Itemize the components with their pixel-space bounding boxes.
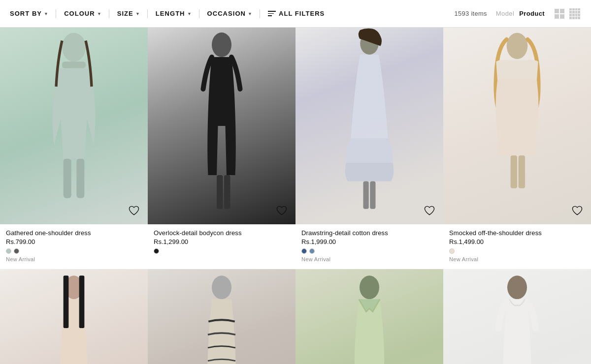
svg-rect-11: [511, 155, 517, 188]
color-swatch-0[interactable]: [449, 248, 455, 254]
grid-2col-icon: [555, 9, 564, 19]
divider-2: [109, 9, 109, 18]
sort-by-label: SORT BY: [10, 10, 42, 17]
color-swatch-1[interactable]: [309, 248, 315, 254]
colour-label: COLOUR: [64, 10, 95, 17]
colour-chevron-icon: ▾: [98, 11, 101, 16]
product-card-1[interactable]: Gathered one-shoulder dressRs.799.00New …: [0, 28, 148, 269]
product-price: Rs.1,499.00: [449, 238, 585, 245]
image-placeholder: [0, 28, 148, 224]
color-swatches: [154, 248, 290, 254]
product-image-1: [0, 28, 148, 224]
svg-rect-9: [370, 182, 375, 209]
product-card-8[interactable]: [443, 269, 591, 364]
new-arrival-badge: New Arrival: [449, 256, 585, 262]
wishlist-button-2[interactable]: [275, 204, 289, 217]
filter-lines-icon: [268, 11, 276, 16]
sort-by-button[interactable]: SORT BY ▾: [10, 10, 55, 17]
divider-3: [147, 9, 148, 18]
product-image-6: [148, 269, 296, 364]
view-model-label[interactable]: Model: [496, 10, 514, 17]
product-name: Smocked off-the-shoulder dress: [449, 229, 585, 237]
product-info-2: Overlock-detail bodycon dressRs.1,299.00: [148, 224, 296, 263]
color-swatch-0[interactable]: [301, 248, 307, 254]
product-image-7: [296, 269, 443, 364]
svg-point-21: [360, 275, 379, 299]
product-card-5[interactable]: [0, 269, 148, 364]
image-placeholder: [148, 269, 296, 364]
product-price: Rs.1,999.00: [301, 238, 437, 245]
product-card-4[interactable]: Smocked off-the-shoulder dressRs.1,499.0…: [443, 28, 591, 269]
product-card-6[interactable]: [148, 269, 296, 364]
color-swatches: [6, 248, 142, 254]
length-button[interactable]: LENGTH ▾: [149, 10, 198, 17]
product-name: Gathered one-shoulder dress: [6, 229, 142, 237]
grid-2col-button[interactable]: [554, 8, 565, 20]
wishlist-button-3[interactable]: [423, 204, 436, 217]
product-info-4: Smocked off-the-shoulder dressRs.1,499.0…: [443, 224, 591, 269]
divider-5: [260, 9, 260, 18]
product-price: Rs.1,299.00: [154, 238, 290, 245]
all-filters-button[interactable]: ALL FILTERS: [261, 10, 331, 17]
occasion-button[interactable]: OCCASION ▾: [200, 10, 259, 17]
product-grid: Gathered one-shoulder dressRs.799.00New …: [0, 28, 591, 364]
product-card-3[interactable]: Drawstring-detail cotton dressRs.1,999.0…: [296, 28, 443, 269]
image-placeholder: [296, 28, 443, 224]
view-product-label[interactable]: Product: [519, 10, 545, 17]
heart-icon: [129, 206, 139, 215]
svg-point-18: [212, 275, 231, 299]
toolbar: SORT BY ▾ COLOUR ▾ SIZE ▾ LENGTH ▾ OCCAS…: [0, 0, 591, 28]
product-info-1: Gathered one-shoulder dressRs.799.00New …: [0, 224, 148, 269]
color-swatch-1[interactable]: [14, 248, 19, 254]
wishlist-button-4[interactable]: [570, 204, 584, 217]
sort-by-chevron-icon: ▾: [45, 11, 48, 16]
heart-icon: [572, 206, 583, 215]
colour-button[interactable]: COLOUR ▾: [57, 10, 108, 17]
wishlist-button-1[interactable]: [127, 204, 141, 217]
image-placeholder: [296, 269, 443, 364]
svg-point-4: [212, 32, 231, 57]
product-name: Overlock-detail bodycon dress: [154, 229, 290, 237]
size-label: SIZE: [117, 10, 133, 17]
svg-point-10: [507, 33, 528, 59]
divider-4: [199, 9, 199, 18]
product-price: Rs.799.00: [6, 238, 142, 245]
color-swatch-0[interactable]: [6, 248, 11, 254]
svg-point-0: [62, 33, 86, 62]
heart-icon: [424, 206, 435, 215]
length-chevron-icon: ▾: [188, 11, 191, 16]
all-filters-label: ALL FILTERS: [279, 10, 325, 17]
svg-rect-12: [519, 155, 525, 188]
svg-rect-6: [224, 175, 230, 209]
item-count: 1593 items: [455, 10, 487, 17]
length-label: LENGTH: [156, 10, 185, 17]
image-placeholder: [0, 269, 148, 364]
product-name: Drawstring-detail cotton dress: [301, 229, 437, 237]
color-swatches: [301, 248, 437, 254]
svg-rect-16: [64, 275, 69, 328]
new-arrival-badge: New Arrival: [301, 256, 437, 262]
grid-4col-icon: [569, 8, 580, 19]
product-card-7[interactable]: [296, 269, 443, 364]
image-placeholder: [443, 28, 591, 224]
product-image-8: [443, 269, 591, 364]
product-image-2: [148, 28, 296, 224]
product-image-4: [443, 28, 591, 224]
product-image-3: [296, 28, 443, 224]
view-toggle: Model Product: [496, 7, 581, 20]
divider-1: [56, 9, 56, 18]
svg-rect-17: [79, 275, 85, 328]
heart-icon: [276, 206, 287, 215]
product-info-3: Drawstring-detail cotton dressRs.1,999.0…: [296, 224, 443, 269]
size-button[interactable]: SIZE ▾: [110, 10, 146, 17]
product-card-2[interactable]: Overlock-detail bodycon dressRs.1,299.00: [148, 28, 296, 269]
color-swatches: [449, 248, 585, 254]
svg-rect-5: [217, 175, 223, 209]
product-image-5: [0, 269, 148, 364]
color-swatch-0[interactable]: [154, 248, 159, 254]
svg-rect-8: [363, 182, 369, 209]
svg-rect-3: [76, 159, 84, 198]
occasion-chevron-icon: ▾: [249, 11, 252, 16]
grid-4col-button[interactable]: [568, 7, 581, 20]
occasion-label: OCCASION: [207, 10, 246, 17]
